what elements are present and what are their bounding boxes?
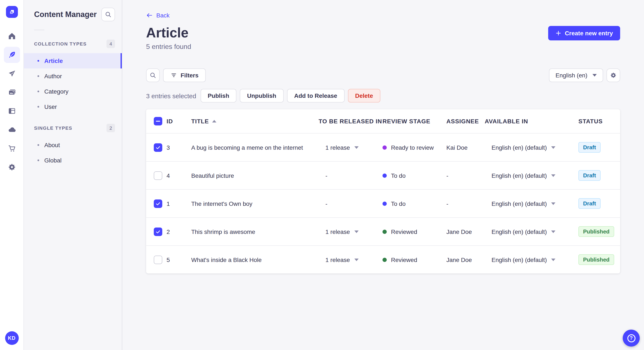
publish-button[interactable]: Publish [200, 89, 236, 103]
search-icon [150, 72, 156, 79]
filters-button[interactable]: Filters [163, 68, 206, 82]
release-dropdown[interactable]: 1 release [318, 256, 382, 263]
rail-nav [4, 28, 20, 175]
locale-select[interactable]: English (en) [549, 68, 603, 82]
sidebar-search-button[interactable] [101, 8, 115, 21]
toolbar: Filters English (en) [146, 68, 620, 82]
table-row[interactable]: 3 A bug is becoming a meme on the intern… [146, 134, 620, 162]
assignee: Kai Doe [446, 144, 485, 151]
bullet-icon [38, 75, 39, 77]
settings-gear-icon[interactable] [4, 159, 20, 175]
content-manager-feather-icon[interactable] [4, 47, 20, 63]
locale-dropdown[interactable]: English (en) (default) [485, 144, 578, 151]
entry-title: What's inside a Black Hole [191, 256, 318, 263]
back-label: Back [156, 12, 170, 19]
table-row[interactable]: 2 This shrimp is awesome 1 release Revie… [146, 218, 620, 246]
gear-icon [610, 72, 617, 79]
sidebar-item-global[interactable]: Global [24, 153, 122, 168]
plus-icon [556, 30, 561, 36]
table-row[interactable]: 1 The internet's Own boy - To do - Engli… [146, 190, 620, 218]
entry-title: Beautiful picture [191, 172, 318, 179]
viewport: KD Content Manager COLLECTION TYPES 4 Ar… [0, 0, 644, 350]
stage-label: Ready to review [391, 144, 434, 151]
row-checkbox[interactable] [154, 171, 162, 180]
release-label: 1 release [326, 228, 350, 235]
locale-dropdown[interactable]: English (en) (default) [485, 200, 578, 207]
divider [34, 30, 44, 30]
release-dropdown[interactable]: 1 release [318, 144, 382, 151]
collection-types-section: COLLECTION TYPES 4 Article Author Catego… [24, 39, 122, 114]
releases-paper-plane-icon[interactable] [4, 65, 20, 82]
locale-dropdown[interactable]: English (en) (default) [485, 228, 578, 235]
back-link[interactable]: Back [146, 12, 170, 19]
column-header-title-label: TITLE [191, 118, 209, 125]
nav-rail: KD [0, 0, 24, 350]
bullet-icon [38, 60, 39, 62]
sidebar-item-about[interactable]: About [24, 137, 122, 153]
section-label: COLLECTION TYPES [34, 41, 87, 46]
stage-label: Reviewed [391, 256, 417, 263]
unpublish-button[interactable]: Unpublish [240, 89, 284, 103]
entry-id: 2 [166, 228, 191, 235]
assignee: - [446, 172, 485, 179]
status-badge: Published [578, 254, 614, 265]
sidebar-item-label: Author [44, 73, 62, 80]
status-badge: Draft [578, 142, 601, 153]
entries-count: 5 entries found [146, 43, 620, 51]
sidebar-item-article[interactable]: Article [24, 53, 122, 68]
release-label: - [326, 200, 327, 207]
column-header-title[interactable]: TITLE [191, 118, 318, 125]
sidebar-item-label: Global [44, 157, 62, 164]
main-content: Back Article Create new entry 5 entries … [122, 0, 644, 350]
media-library-icon[interactable] [4, 84, 20, 100]
sidebar-item-label: Category [44, 88, 68, 95]
stage-label: Reviewed [391, 228, 417, 235]
sidebar-item-category[interactable]: Category [24, 84, 122, 99]
bullet-icon [38, 91, 39, 92]
stage-dot [382, 145, 387, 150]
help-button[interactable]: ? [623, 330, 640, 347]
search-icon [105, 11, 112, 18]
entry-title: The internet's Own boy [191, 200, 318, 207]
row-checkbox[interactable] [154, 227, 162, 236]
bullet-icon [38, 160, 39, 161]
check-icon [155, 200, 161, 206]
view-settings-button[interactable] [606, 68, 620, 82]
locale-dropdown[interactable]: English (en) (default) [485, 172, 578, 179]
home-icon[interactable] [4, 28, 20, 44]
table-row[interactable]: 5 What's inside a Black Hole 1 release R… [146, 246, 620, 273]
sidebar-item-user[interactable]: User [24, 99, 122, 114]
row-checkbox[interactable] [154, 199, 162, 208]
column-header-review-stage: REVIEW STAGE [382, 118, 446, 125]
selection-actions-bar: 3 entries selected Publish Unpublish Add… [146, 89, 620, 103]
stage-label: To do [391, 200, 406, 207]
row-checkbox[interactable] [154, 255, 162, 264]
row-checkbox[interactable] [154, 143, 162, 152]
search-button[interactable] [146, 68, 160, 82]
avatar[interactable]: KD [5, 331, 18, 345]
cloud-icon[interactable] [4, 122, 20, 138]
select-all-checkbox[interactable] [154, 117, 162, 126]
locale-dropdown[interactable]: English (en) (default) [485, 256, 578, 263]
sidebar-title: Content Manager [34, 10, 97, 19]
release-label: - [326, 172, 327, 179]
release-dropdown[interactable]: 1 release [318, 228, 382, 235]
sidebar: Content Manager COLLECTION TYPES 4 Artic… [24, 0, 122, 350]
table-row[interactable]: 4 Beautiful picture - To do - English (e… [146, 162, 620, 190]
assignee: Jane Doe [446, 228, 485, 235]
content-type-builder-icon[interactable] [4, 103, 20, 119]
column-header-id: ID [166, 118, 191, 125]
indeterminate-minus-icon [156, 121, 160, 122]
rail-bottom: KD [5, 331, 18, 345]
add-to-release-button[interactable]: Add to Release [287, 89, 344, 103]
chevron-down-icon [551, 174, 556, 177]
sidebar-item-author[interactable]: Author [24, 68, 122, 84]
chevron-down-icon [592, 74, 597, 77]
release-dropdown[interactable]: - [318, 200, 382, 207]
marketplace-cart-icon[interactable] [4, 140, 20, 157]
create-new-entry-button[interactable]: Create new entry [548, 26, 620, 40]
delete-button[interactable]: Delete [348, 89, 380, 103]
entry-id: 5 [166, 256, 191, 263]
release-dropdown[interactable]: - [318, 172, 382, 179]
strapi-logo-icon[interactable] [6, 6, 18, 18]
